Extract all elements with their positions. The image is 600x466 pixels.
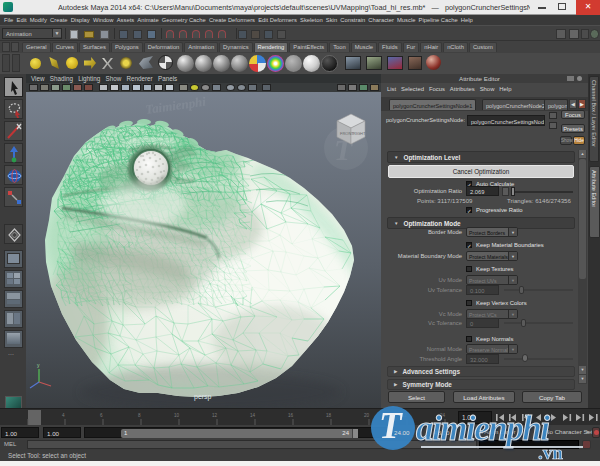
- svg-text:18: 18: [326, 413, 332, 418]
- svg-text:24: 24: [440, 413, 446, 418]
- svg-text:16: 16: [288, 413, 294, 418]
- svg-text:10: 10: [174, 413, 180, 418]
- svg-text:6: 6: [100, 413, 103, 418]
- svg-text:RIGHT: RIGHT: [353, 131, 366, 136]
- svg-text:12: 12: [212, 413, 218, 418]
- svg-text:4: 4: [62, 413, 65, 418]
- svg-text:20: 20: [364, 413, 370, 418]
- svg-text:14: 14: [250, 413, 256, 418]
- svg-text:persp: persp: [194, 393, 212, 401]
- svg-text:22: 22: [402, 413, 408, 418]
- svg-text:8: 8: [138, 413, 141, 418]
